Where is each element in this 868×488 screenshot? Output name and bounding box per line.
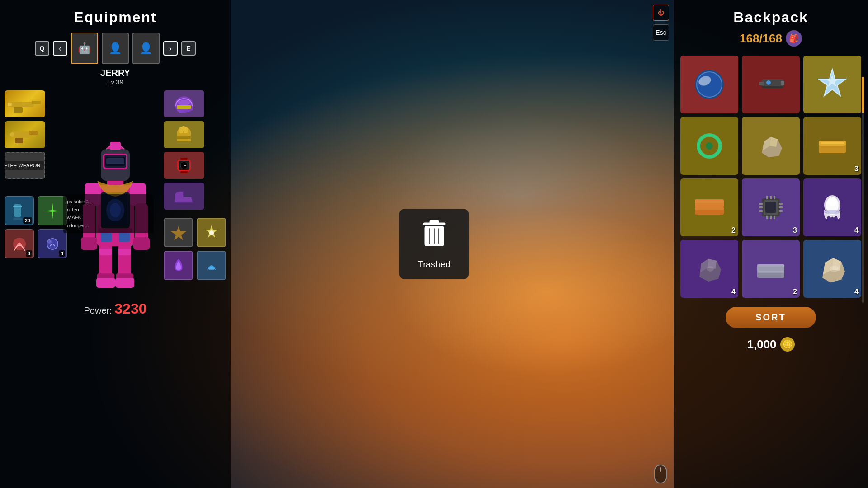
- svg-point-45: [178, 100, 190, 105]
- svg-rect-39: [110, 142, 121, 150]
- power-value: 3230: [114, 300, 146, 317]
- equip-ability-row1: [164, 218, 226, 247]
- scroll-bar[interactable]: [862, 77, 864, 303]
- equip-ability-1[interactable]: [164, 218, 193, 247]
- item-cell-10[interactable]: 4: [680, 240, 738, 298]
- ability-slot-4[interactable]: 4: [38, 229, 67, 258]
- ability-slot-2[interactable]: [38, 196, 67, 225]
- svg-rect-90: [695, 200, 724, 203]
- item-cell-1[interactable]: [680, 56, 738, 113]
- svg-rect-96: [759, 210, 763, 212]
- equip-ability-2[interactable]: [197, 218, 226, 247]
- item-cell-12[interactable]: 4: [803, 240, 861, 298]
- svg-rect-21: [115, 278, 134, 288]
- svg-rect-2: [14, 107, 23, 113]
- item-9-count: 4: [854, 226, 859, 235]
- svg-rect-116: [757, 271, 784, 273]
- svg-point-113: [707, 266, 714, 272]
- character-selector: Q ‹ 🤖 👤 👤 › E: [35, 33, 196, 64]
- item-cell-11[interactable]: 2: [742, 240, 800, 298]
- backpack-title: Backpack: [733, 9, 808, 26]
- weapon-2-image: [5, 121, 45, 148]
- svg-rect-104: [770, 216, 772, 219]
- svg-marker-58: [171, 226, 186, 240]
- svg-rect-97: [779, 203, 783, 205]
- svg-rect-43: [99, 249, 112, 255]
- sort-button[interactable]: SORT: [726, 307, 816, 328]
- item-cell-2[interactable]: [742, 56, 800, 113]
- weapon-slot-1[interactable]: [5, 90, 45, 117]
- equip-ability-3[interactable]: [164, 251, 193, 280]
- ability-4-badge: 4: [59, 250, 65, 257]
- equip-slot-gloves[interactable]: [164, 121, 204, 148]
- equip-ability-4[interactable]: [197, 251, 226, 280]
- svg-rect-99: [779, 210, 783, 212]
- character-portrait-1[interactable]: 👤: [102, 33, 129, 64]
- svg-rect-94: [759, 203, 763, 205]
- power-button[interactable]: ⏻: [653, 5, 669, 21]
- next-key-hint: E: [181, 41, 196, 56]
- character-portrait-0[interactable]: 🤖: [71, 33, 98, 64]
- melee-slot-image: [5, 153, 44, 178]
- character-portrait-2[interactable]: 👤: [132, 33, 160, 64]
- item-cell-9[interactable]: 4: [803, 178, 861, 236]
- svg-rect-20: [96, 278, 115, 288]
- weapon-slot-2[interactable]: [5, 121, 45, 148]
- ability-slot-1[interactable]: 20: [5, 196, 34, 225]
- svg-point-8: [10, 132, 14, 137]
- next-character-button[interactable]: ›: [163, 41, 178, 56]
- svg-rect-44: [118, 249, 131, 255]
- ability-slot-3[interactable]: 3: [5, 229, 34, 258]
- trash-popup: Trashed: [399, 209, 469, 279]
- mouse-icon: [654, 465, 667, 483]
- portrait-image-2: 👤: [133, 33, 159, 63]
- svg-rect-101: [770, 196, 772, 199]
- portrait-image-0: 🤖: [72, 33, 97, 63]
- item-cell-6[interactable]: 3: [803, 117, 861, 175]
- mouse-icon-container: [654, 465, 667, 483]
- item-cell-4[interactable]: [680, 117, 738, 175]
- power-label: Power:: [84, 305, 112, 315]
- svg-point-108: [828, 197, 837, 206]
- coin-icon: 🪙: [780, 337, 795, 352]
- chat-overlay: ps sold C... n Terr... w AFK o longer...: [63, 194, 154, 233]
- ability-3-badge: 3: [26, 250, 32, 257]
- svg-rect-100: [766, 196, 768, 199]
- item-cell-7[interactable]: 2: [680, 178, 738, 236]
- svg-rect-4: [8, 103, 11, 106]
- svg-marker-12: [44, 203, 61, 219]
- svg-rect-0: [9, 102, 34, 107]
- scroll-thumb: [862, 77, 864, 113]
- mouse-scroll-indicator: [660, 467, 661, 472]
- items-grid: 3 2: [680, 56, 861, 298]
- equip-slot-accessory[interactable]: [164, 152, 204, 179]
- svg-point-11: [13, 217, 22, 220]
- svg-marker-83: [770, 137, 778, 147]
- svg-rect-42: [119, 233, 130, 242]
- item-cell-8[interactable]: 3: [742, 178, 800, 236]
- svg-rect-10: [13, 206, 22, 207]
- svg-rect-95: [759, 206, 763, 208]
- svg-rect-51: [180, 158, 188, 160]
- chat-line-2: n Terr...: [67, 206, 150, 214]
- esc-button[interactable]: Esc: [653, 24, 669, 41]
- svg-point-60: [209, 230, 214, 235]
- prev-character-button[interactable]: ‹: [53, 41, 67, 56]
- item-cell-3[interactable]: [803, 56, 861, 113]
- trash-icon: [420, 219, 448, 254]
- svg-point-15: [48, 240, 52, 244]
- weapon-slot-melee[interactable]: MELEE WEAPON: [5, 152, 45, 179]
- svg-rect-6: [29, 131, 38, 135]
- item-cell-5[interactable]: [742, 117, 800, 175]
- equip-slot-boots[interactable]: [164, 183, 204, 210]
- equip-ability-row2: [164, 251, 226, 280]
- svg-point-109: [824, 210, 840, 214]
- trash-label: Trashed: [418, 259, 451, 269]
- svg-rect-46: [177, 105, 191, 109]
- svg-rect-31: [81, 237, 97, 250]
- svg-rect-75: [781, 81, 784, 85]
- svg-rect-41: [101, 233, 112, 242]
- equip-slot-helmet[interactable]: [164, 90, 204, 117]
- ability-row-2: 3 4: [5, 229, 67, 258]
- svg-rect-98: [779, 206, 783, 208]
